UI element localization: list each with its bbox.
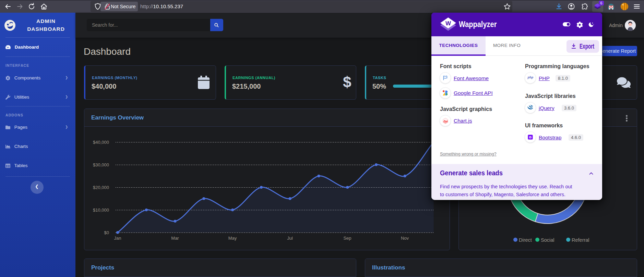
svg-text:Jan: Jan bbox=[114, 236, 121, 241]
svg-text:$30,000: $30,000 bbox=[93, 162, 109, 167]
svg-text:Nov: Nov bbox=[401, 236, 409, 241]
svg-text:May: May bbox=[228, 236, 237, 241]
svg-text:$0: $0 bbox=[104, 230, 109, 235]
svg-text:$20,000: $20,000 bbox=[93, 185, 109, 190]
svg-text:$40,000: $40,000 bbox=[93, 140, 109, 145]
svg-text:W: W bbox=[445, 20, 451, 27]
svg-text:Jul: Jul bbox=[287, 236, 293, 241]
svg-text:$10,000: $10,000 bbox=[93, 207, 109, 213]
svg-text:B: B bbox=[529, 135, 532, 139]
svg-text:Mar: Mar bbox=[171, 236, 179, 241]
svg-text:Sep: Sep bbox=[343, 236, 351, 241]
